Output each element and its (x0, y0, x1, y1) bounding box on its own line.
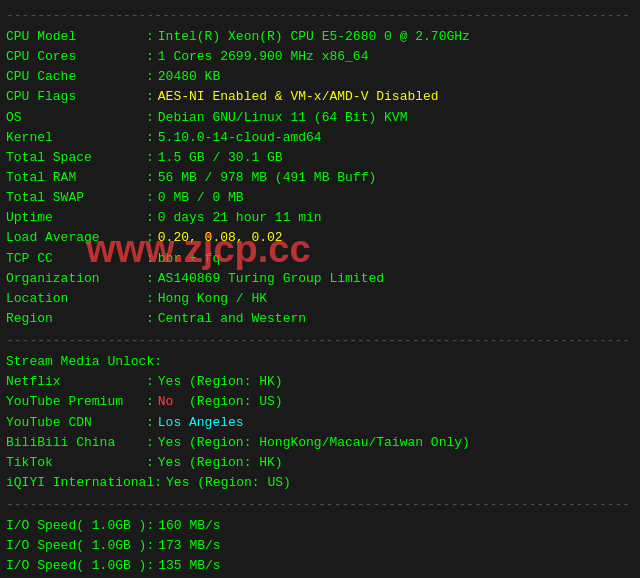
io-speed-2-row: I/O Speed( 1.0GB ) : 173 MB/s (6, 536, 634, 556)
organization-value: AS140869 Turing Group Limited (158, 269, 384, 289)
uptime-value: 0 days 21 hour 11 min (158, 208, 322, 228)
youtube-premium-region: (Region: US) (173, 392, 282, 412)
tcp-cc-value: bbr + fq (158, 249, 220, 269)
stream-section: Stream Media Unlock : Netflix : Yes (Reg… (6, 352, 634, 493)
total-swap-value: 0 MB / 0 MB (158, 188, 244, 208)
io-speed-3-value: 135 MB/s (158, 556, 220, 576)
youtube-cdn-value: Los Angeles (158, 413, 244, 433)
netflix-value: Yes (Region: HK) (158, 372, 283, 392)
io-speed-1-label: I/O Speed( 1.0GB ) (6, 516, 146, 536)
tcp-cc-row: TCP CC : bbr + fq (6, 249, 634, 269)
stream-divider-top: ----------------------------------------… (6, 333, 634, 348)
youtube-cdn-label: YouTube CDN (6, 413, 146, 433)
location-row: Location : Hong Kong / HK (6, 289, 634, 309)
iqiyi-row: iQIYI International : Yes (Region: US) (6, 473, 634, 493)
tiktok-value: Yes (Region: HK) (158, 453, 283, 473)
total-ram-value: 56 MB / 978 MB (491 MB Buff) (158, 168, 376, 188)
tcp-cc-label: TCP CC (6, 249, 146, 269)
load-average-row: Load Average : 0.20, 0.08, 0.02 (6, 228, 634, 248)
kernel-row: Kernel : 5.10.0-14-cloud-amd64 (6, 128, 634, 148)
stream-title-row: Stream Media Unlock : (6, 352, 634, 372)
organization-label: Organization (6, 269, 146, 289)
total-ram-label: Total RAM (6, 168, 146, 188)
cpu-cache-row: CPU Cache : 20480 KB (6, 67, 634, 87)
region-label: Region (6, 309, 146, 329)
organization-row: Organization : AS140869 Turing Group Lim… (6, 269, 634, 289)
io-speed-1-value: 160 MB/s (158, 516, 220, 536)
cpu-model-label: CPU Model (6, 27, 146, 47)
io-speed-1-row: I/O Speed( 1.0GB ) : 160 MB/s (6, 516, 634, 536)
total-ram-row: Total RAM : 56 MB / 978 MB (491 MB Buff) (6, 168, 634, 188)
bilibili-label: BiliBili China (6, 433, 146, 453)
youtube-premium-no: No (158, 392, 174, 412)
io-speed-3-label: I/O Speed( 1.0GB ) (6, 556, 146, 576)
cpu-flags-value: AES-NI Enabled & VM-x/AMD-V Disabled (158, 87, 439, 107)
youtube-premium-row: YouTube Premium : No (Region: US) (6, 392, 634, 412)
uptime-row: Uptime : 0 days 21 hour 11 min (6, 208, 634, 228)
cpu-flags-row: CPU Flags : AES-NI Enabled & VM-x/AMD-V … (6, 87, 634, 107)
total-swap-row: Total SWAP : 0 MB / 0 MB (6, 188, 634, 208)
cpu-cores-value: 1 Cores 2699.900 MHz x86_64 (158, 47, 369, 67)
stream-title-label: Stream Media Unlock (6, 352, 154, 372)
io-speed-2-label: I/O Speed( 1.0GB ) (6, 536, 146, 556)
cpu-cores-row: CPU Cores : 1 Cores 2699.900 MHz x86_64 (6, 47, 634, 67)
load-average-label: Load Average (6, 228, 146, 248)
location-label: Location (6, 289, 146, 309)
system-section: CPU Model : Intel(R) Xeon(R) CPU E5-2680… (6, 27, 634, 329)
total-space-value: 1.5 GB / 30.1 GB (158, 148, 283, 168)
total-space-label: Total Space (6, 148, 146, 168)
cpu-model-value: Intel(R) Xeon(R) CPU E5-2680 0 @ 2.70GHz (158, 27, 470, 47)
os-row: OS : Debian GNU/Linux 11 (64 Bit) KVM (6, 108, 634, 128)
cpu-flags-label: CPU Flags (6, 87, 146, 107)
kernel-value: 5.10.0-14-cloud-amd64 (158, 128, 322, 148)
total-space-row: Total Space : 1.5 GB / 30.1 GB (6, 148, 634, 168)
load-average-value: 0.20, 0.08, 0.02 (158, 228, 283, 248)
io-speed-3-row: I/O Speed( 1.0GB ) : 135 MB/s (6, 556, 634, 576)
iqiyi-value: Yes (Region: US) (166, 473, 291, 493)
top-divider: ----------------------------------------… (6, 8, 634, 23)
region-row: Region : Central and Western (6, 309, 634, 329)
bilibili-value: Yes (Region: HongKong/Macau/Taiwan Only) (158, 433, 470, 453)
netflix-row: Netflix : Yes (Region: HK) (6, 372, 634, 392)
youtube-cdn-row: YouTube CDN : Los Angeles (6, 413, 634, 433)
os-label: OS (6, 108, 146, 128)
youtube-premium-label: YouTube Premium (6, 392, 146, 412)
io-divider-top: ----------------------------------------… (6, 497, 634, 512)
os-value: Debian GNU/Linux 11 (64 Bit) KVM (158, 108, 408, 128)
io-speed-2-value: 173 MB/s (158, 536, 220, 556)
uptime-label: Uptime (6, 208, 146, 228)
region-value: Central and Western (158, 309, 306, 329)
tiktok-row: TikTok : Yes (Region: HK) (6, 453, 634, 473)
cpu-cache-value: 20480 KB (158, 67, 220, 87)
io-section: I/O Speed( 1.0GB ) : 160 MB/s I/O Speed(… (6, 516, 634, 578)
cpu-cores-label: CPU Cores (6, 47, 146, 67)
kernel-label: Kernel (6, 128, 146, 148)
cpu-cache-label: CPU Cache (6, 67, 146, 87)
cpu-model-row: CPU Model : Intel(R) Xeon(R) CPU E5-2680… (6, 27, 634, 47)
bilibili-row: BiliBili China : Yes (Region: HongKong/M… (6, 433, 634, 453)
netflix-label: Netflix (6, 372, 146, 392)
tiktok-label: TikTok (6, 453, 146, 473)
location-value: Hong Kong / HK (158, 289, 267, 309)
iqiyi-label: iQIYI International (6, 473, 154, 493)
total-swap-label: Total SWAP (6, 188, 146, 208)
